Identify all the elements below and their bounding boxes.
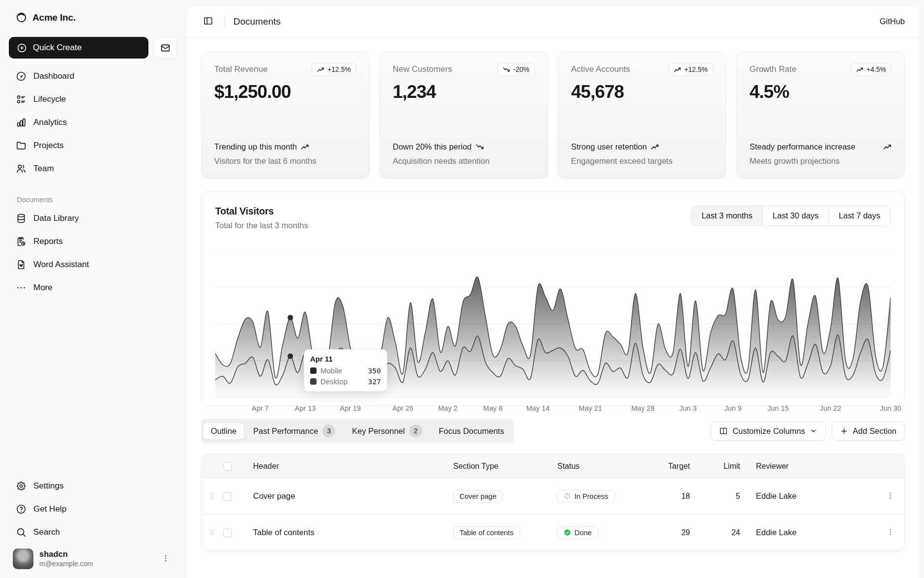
x-tick-label: Jun 3 (679, 404, 696, 412)
status-badge: In Process (557, 490, 615, 503)
trend-badge: +4.5% (851, 63, 892, 76)
chart-bar-icon (16, 117, 27, 128)
sidebar-item-label: Analytics (33, 118, 67, 127)
row-checkbox[interactable] (223, 528, 232, 537)
card-footer-title: Steady performance increase (750, 141, 892, 152)
sidebar-item-get-help[interactable]: Get Help (9, 497, 177, 520)
table-row[interactable]: Cover page Cover page In Process 18 5 Ed… (202, 478, 904, 515)
row-title[interactable]: Cover page (253, 491, 295, 500)
sidebar-item-label: More (33, 283, 53, 293)
tooltip-row-mobile: Mobile 350 (310, 366, 381, 375)
drag-handle-icon[interactable] (207, 528, 216, 537)
sidebar-item-settings[interactable]: Settings (9, 474, 177, 497)
range-toggle-group: Last 3 months Last 30 days Last 7 days (691, 206, 891, 226)
tooltip-date: Apr 11 (310, 355, 381, 363)
divider (224, 16, 225, 27)
sidebar-item-dashboard[interactable]: Dashboard (9, 64, 177, 88)
database-icon (16, 213, 27, 224)
tab-key-personnel[interactable]: Key Personnel2 (344, 421, 430, 441)
target-value[interactable]: 29 (681, 528, 690, 537)
list-details-icon (16, 94, 27, 105)
inbox-button[interactable] (153, 37, 177, 59)
plus-icon (840, 427, 848, 435)
range-last-3-months[interactable]: Last 3 months (692, 206, 762, 225)
tab-outline[interactable]: Outline (203, 423, 244, 440)
customize-columns-button[interactable]: Customize Columns (711, 422, 826, 441)
quick-create-button[interactable]: Quick Create (9, 37, 148, 59)
x-tick-label: Apr 13 (295, 404, 316, 412)
ellipsis-vertical-icon (161, 554, 170, 563)
sidebar-item-analytics[interactable]: Analytics (9, 111, 177, 134)
row-actions-button[interactable] (883, 525, 897, 541)
tab-list: Outline Past Performance3 Key Personnel2… (201, 419, 514, 443)
sidebar-item-more[interactable]: More (9, 276, 177, 299)
tooltip-row-desktop: Desktop 327 (310, 377, 381, 386)
area-chart[interactable]: Apr 7Apr 13Apr 19Apr 26May 2May 8May 14M… (215, 250, 891, 397)
ellipsis-vertical-icon (886, 491, 895, 500)
limit-value[interactable]: 24 (731, 528, 740, 537)
row-actions-button[interactable] (883, 488, 897, 504)
users-icon (16, 163, 27, 174)
ellipsis-vertical-icon (886, 528, 895, 536)
col-reviewer: Reviewer (740, 462, 876, 471)
github-link[interactable]: GitHub (880, 17, 905, 26)
trending-down-icon (503, 66, 510, 73)
sidebar-item-label: Reports (33, 237, 63, 246)
sidebar-item-word-assistant[interactable]: Word Assistant (9, 253, 177, 276)
x-tick-label: Apr 26 (392, 404, 413, 412)
sidebar-item-team[interactable]: Team (9, 157, 177, 180)
user-menu[interactable]: shadcn m@example.com (9, 544, 177, 570)
sidebar-section-documents: Documents (9, 193, 177, 207)
table-header-row: Header Section Type Status Target Limit … (202, 455, 904, 478)
sidebar-item-label: Search (33, 527, 60, 537)
row-checkbox[interactable] (223, 492, 232, 501)
sidebar-item-projects[interactable]: Projects (9, 134, 177, 157)
columns-icon (719, 426, 728, 435)
col-target: Target (649, 462, 690, 471)
card-footer-title: Strong user retention (571, 141, 713, 152)
x-tick-label: Jun 22 (820, 404, 841, 412)
section-type-badge: Table of contents (453, 526, 520, 539)
target-value[interactable]: 18 (681, 492, 690, 500)
table-row[interactable]: Table of contents Table of contents Done… (202, 515, 904, 551)
quick-create-label: Quick Create (33, 43, 82, 53)
tab-focus-documents[interactable]: Focus Documents (431, 423, 512, 440)
card-footer-title: Down 20% this period (393, 141, 535, 152)
x-tick-label: Apr 19 (340, 404, 361, 412)
user-menu-button[interactable] (158, 551, 173, 567)
x-axis-labels: Apr 7Apr 13Apr 19Apr 26May 2May 8May 14M… (215, 400, 891, 416)
status-badge: Done (557, 526, 598, 539)
select-all-checkbox[interactable] (223, 462, 232, 471)
sidebar-item-search[interactable]: Search (9, 520, 177, 544)
col-header: Header (242, 462, 453, 471)
range-last-30-days[interactable]: Last 30 days (762, 206, 829, 225)
file-word-icon (16, 259, 27, 270)
card-footer-desc: Acquisition needs attention (393, 156, 535, 166)
drag-handle-icon[interactable] (207, 492, 216, 500)
add-section-button[interactable]: Add Section (832, 422, 905, 441)
brand[interactable]: Acme Inc. (9, 9, 177, 26)
card-value: 45,678 (571, 82, 713, 102)
range-last-7-days[interactable]: Last 7 days (829, 206, 890, 225)
check-circle-icon (564, 529, 571, 536)
row-title[interactable]: Table of contents (253, 528, 315, 537)
sidebar-item-lifecycle[interactable]: Lifecycle (9, 88, 177, 111)
limit-value[interactable]: 5 (736, 492, 740, 500)
folder-icon (16, 140, 27, 151)
brand-logo-icon (16, 12, 27, 23)
reviewer-name[interactable]: Eddie Lake (756, 491, 797, 500)
sidebar-toggle-button[interactable] (201, 14, 215, 30)
card-value: 1,234 (393, 82, 535, 102)
tab-count-badge: 3 (322, 425, 335, 437)
x-tick-label: May 8 (483, 404, 503, 412)
sidebar-item-data-library[interactable]: Data Library (9, 207, 177, 230)
dashboard-icon (16, 71, 27, 82)
x-tick-label: May 21 (579, 404, 603, 412)
reviewer-name[interactable]: Eddie Lake (756, 528, 797, 537)
sidebar-item-reports[interactable]: Reports (9, 230, 177, 253)
sections-table: Header Section Type Status Target Limit … (201, 454, 905, 551)
trending-up-icon (317, 66, 324, 73)
gear-icon (16, 481, 27, 491)
tab-past-performance[interactable]: Past Performance3 (245, 421, 343, 441)
x-tick-label: Jun 30 (880, 404, 901, 412)
